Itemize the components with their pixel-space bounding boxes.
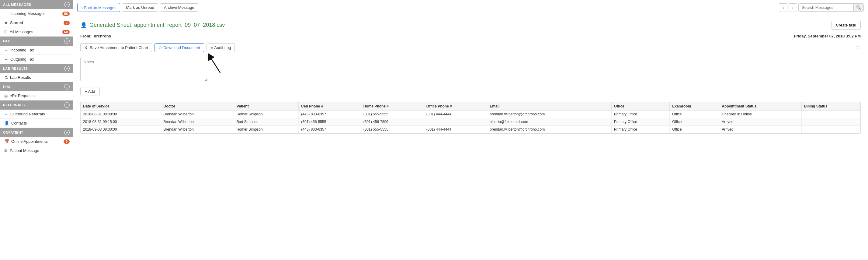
table-cell: (301) 444-4444 xyxy=(424,111,487,118)
message-body: 👤 Generated Sheet: appointment_report_09… xyxy=(73,15,868,260)
next-message-button[interactable]: › xyxy=(788,3,797,12)
search-input[interactable] xyxy=(799,4,854,11)
notes-area-wrapper xyxy=(80,57,861,82)
download-document-button[interactable]: ⊙ Download Document xyxy=(155,43,204,52)
table-cell: Primary Office xyxy=(611,111,670,118)
sidebar-item-all-messages[interactable]: ⊞ All Messages 60 xyxy=(0,27,73,36)
lab-add-icon[interactable]: + xyxy=(64,66,70,71)
download-label: Download Document xyxy=(163,46,200,50)
sidebar: ALL MESSAGES + → Incoming Messages 58 ★ … xyxy=(0,0,73,260)
all-messages-add-icon[interactable]: + xyxy=(64,2,70,7)
sidebar-item-online-appointments[interactable]: 📅 Online Appointments 9 xyxy=(0,137,73,146)
table-cell: elbarto@fakeemail.com xyxy=(487,118,611,126)
prev-message-button[interactable]: ‹ xyxy=(779,3,787,12)
sidebar-item-contacts[interactable]: 👤 Contacts xyxy=(0,119,73,128)
fax-add-icon[interactable]: + xyxy=(64,38,70,44)
table-cell xyxy=(424,118,487,126)
section-onpatient-label: ONPATIENT xyxy=(3,131,23,134)
archive-message-button[interactable]: Archive Message xyxy=(160,3,198,11)
message-title-text: Generated Sheet: appointment_report_09_0… xyxy=(89,22,225,28)
toolbar-nav-group: ‹ › 🔍 xyxy=(779,3,864,12)
back-to-messages-button[interactable]: Back to Messages xyxy=(77,3,120,12)
table-body: 2018-08-31 08:00:00Brendan WilbertonHome… xyxy=(81,111,860,133)
sidebar-item-erx-requests[interactable]: ◎ eRx Requests xyxy=(0,91,73,100)
referrals-add-icon[interactable]: + xyxy=(64,102,70,108)
table-cell: brendan.wilberton@drchrono.com xyxy=(487,111,611,118)
table-cell: Office xyxy=(670,126,719,133)
download-icon: ⊙ xyxy=(158,46,162,50)
table-cell: Office xyxy=(670,111,719,118)
table-row: 2018-08-31 09:15:00Brendan WilbertonBart… xyxy=(81,118,860,126)
table-cell: (443) 833-6357 xyxy=(299,111,361,118)
from-value: drchrono xyxy=(94,34,111,38)
sidebar-item-label: Patient Message xyxy=(10,148,39,153)
sidebar-item-incoming-messages[interactable]: → Incoming Messages 58 xyxy=(0,9,73,18)
from-label: From: xyxy=(80,34,92,38)
sidebar-item-label: Online Appointments xyxy=(11,139,48,144)
section-erx-label: ERX xyxy=(3,85,10,89)
sidebar-item-outbound-referrals[interactable]: ← Outbound Referrals xyxy=(0,110,73,119)
sidebar-item-lab-results[interactable]: ⚗ Lab Results xyxy=(0,73,73,82)
erx-add-icon[interactable]: + xyxy=(64,84,70,89)
action-buttons-row: 🖨 Save Attachment to Patient Chart ⊙ Dow… xyxy=(80,43,861,52)
flask-icon: ⚗ xyxy=(4,75,8,80)
onpatient-add-icon[interactable]: + xyxy=(64,130,70,135)
mark-unread-button[interactable]: Mark as Unread xyxy=(122,3,158,11)
table-header-cell: Office Phone # xyxy=(424,102,487,111)
table-cell: Office xyxy=(670,118,719,126)
table-cell: 2018-08-31 08:00:00 xyxy=(81,111,161,118)
grid-icon: ⊞ xyxy=(4,30,8,34)
table-header-row: Date of ServiceDoctorPatientCell Phone #… xyxy=(81,102,860,111)
sidebar-item-label: eRx Requests xyxy=(10,93,35,98)
table-cell: Brendan Wilberton xyxy=(161,111,234,118)
message-from: From: drchrono xyxy=(80,34,111,38)
create-task-button[interactable]: Create task xyxy=(832,21,861,30)
table-cell xyxy=(801,118,860,126)
search-container: 🔍 xyxy=(798,3,864,11)
sidebar-item-incoming-fax[interactable]: → Incoming Fax xyxy=(0,46,73,55)
toolbar: Back to Messages Mark as Unread Archive … xyxy=(73,0,868,15)
sidebar-item-label: Lab Results xyxy=(10,75,31,80)
table-header-cell: Doctor xyxy=(161,102,234,111)
data-table-wrapper: Date of ServiceDoctorPatientCell Phone #… xyxy=(80,102,861,134)
section-lab-results-label: LAB RESULTS xyxy=(3,67,28,70)
add-button[interactable]: Add xyxy=(80,87,100,96)
table-header-cell: Date of Service xyxy=(81,102,161,111)
table-row: 2018-09-03 08:30:00Brendan WilbertonHome… xyxy=(81,126,860,133)
section-lab-results: LAB RESULTS + xyxy=(0,64,73,73)
table-cell xyxy=(801,126,860,133)
table-cell: Checked In Online xyxy=(719,111,801,118)
table-cell: brendan.wilberton@drchrono.com xyxy=(487,126,611,133)
message-date: Friday, September 07, 2018 3:02 PM xyxy=(794,34,861,38)
sidebar-item-label: Outbound Referrals xyxy=(10,112,45,116)
table-cell: Brendan Wilberton xyxy=(161,126,234,133)
add-label: Add xyxy=(88,89,95,94)
sidebar-item-patient-message[interactable]: ✉ Patient Message xyxy=(0,146,73,155)
printer-icon: 🖨 xyxy=(84,46,88,50)
search-button[interactable]: 🔍 xyxy=(854,4,863,11)
table-cell: Arrived xyxy=(719,118,801,126)
section-fax-label: FAX xyxy=(3,39,10,43)
table-cell: Homer Simpson xyxy=(234,126,299,133)
sidebar-item-starred[interactable]: ★ Starred 2 xyxy=(0,18,73,27)
star-favorite-icon[interactable]: ☆ xyxy=(855,43,861,51)
notes-textarea[interactable] xyxy=(80,57,208,81)
envelope-icon: ✉ xyxy=(4,148,8,153)
section-referrals-label: REFERRALS xyxy=(3,103,25,107)
sidebar-item-outgoing-fax[interactable]: ← Outgoing Fax xyxy=(0,55,73,64)
badge-incoming-messages: 58 xyxy=(62,11,70,16)
table-header-cell: Examroom xyxy=(670,102,719,111)
audit-log-label: Audit Log xyxy=(214,46,231,50)
table-cell: (301) 555-5555 xyxy=(361,126,424,133)
person-icon: 👤 xyxy=(4,121,9,125)
table-cell: Arrived xyxy=(719,126,801,133)
audit-log-button[interactable]: ≡ Audit Log xyxy=(207,43,235,52)
sidebar-item-label: Starred xyxy=(10,20,23,25)
calendar-icon: 📅 xyxy=(4,139,9,144)
table-header-cell: Home Phone # xyxy=(361,102,424,111)
save-attachment-button[interactable]: 🖨 Save Attachment to Patient Chart xyxy=(80,43,152,52)
table-cell: Bart Simpson xyxy=(234,118,299,126)
sidebar-item-label: Contacts xyxy=(11,121,27,125)
table-cell: Primary Office xyxy=(611,126,670,133)
table-cell: Primary Office xyxy=(611,118,670,126)
